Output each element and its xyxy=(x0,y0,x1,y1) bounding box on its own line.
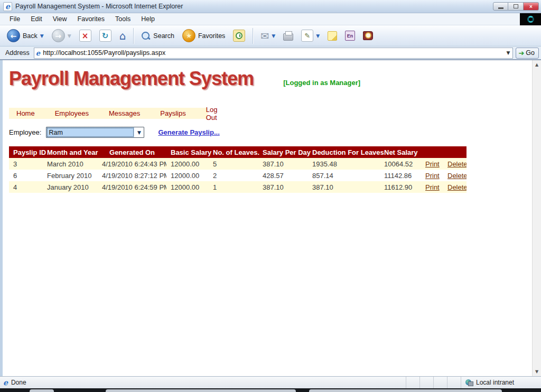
cell-generated: 4/19/2010 8:27:12 PM xyxy=(98,170,166,181)
stop-button[interactable]: × xyxy=(77,28,94,43)
stop-icon: × xyxy=(82,31,89,41)
menu-favorites[interactable]: Favorites xyxy=(72,14,110,24)
favorites-label: Favorites xyxy=(198,32,225,40)
combo-dropdown-icon[interactable]: ▼ xyxy=(134,127,144,137)
col-payslip-id: Payslip ID xyxy=(9,146,43,158)
forward-dropdown-icon[interactable]: ▼ xyxy=(68,33,71,39)
browser-viewport: Payroll Management System [Logged in as … xyxy=(0,60,541,376)
window-controls: × xyxy=(493,2,539,11)
employee-select[interactable]: Ram ▼ xyxy=(46,127,144,138)
nav-logout[interactable]: Log Out xyxy=(201,106,223,122)
vertical-scrollbar[interactable]: ▲ ▼ xyxy=(532,60,541,376)
go-label: Go xyxy=(526,49,535,57)
notes-button[interactable] xyxy=(325,30,340,42)
employee-selector-row: Employee: Ram ▼ Generate Payslip... xyxy=(9,127,532,138)
table-header-row: Payslip ID Month and Year Generated On B… xyxy=(9,146,467,158)
table-row: 6 February 2010 4/19/2010 8:27:12 PM 120… xyxy=(9,170,467,181)
edit-button[interactable]: ✎ ▼ xyxy=(299,28,322,43)
address-input[interactable] xyxy=(43,49,503,58)
taskbar-button-top xyxy=(309,389,502,392)
menu-view[interactable]: View xyxy=(48,14,72,24)
menu-help[interactable]: Help xyxy=(136,14,160,24)
print-link[interactable]: Print xyxy=(425,160,440,168)
print-button[interactable] xyxy=(281,30,296,42)
col-no-of-leaves: No. of Leaves. xyxy=(209,146,258,158)
forward-button[interactable]: → ▼ xyxy=(49,27,74,44)
back-dropdown-icon[interactable]: ▼ xyxy=(40,33,44,39)
back-button[interactable]: ← Back ▼ xyxy=(4,27,46,44)
go-button[interactable]: ➔ Go xyxy=(516,48,539,59)
mail-dropdown-icon[interactable]: ▼ xyxy=(272,33,275,39)
close-button[interactable]: × xyxy=(524,2,539,11)
col-salary-per-day: Salary Per Day xyxy=(258,146,308,158)
address-field: e ▼ xyxy=(34,48,514,59)
page-title: Payroll Management System xyxy=(9,68,254,90)
restore-button[interactable] xyxy=(508,2,524,11)
cell-leaves: 1 xyxy=(209,181,258,193)
history-button[interactable] xyxy=(230,28,248,43)
minimize-icon xyxy=(498,7,503,9)
window-title: Payroll Management System - Microsoft In… xyxy=(15,3,493,10)
menu-file[interactable]: File xyxy=(4,14,25,24)
nav-payslips[interactable]: Payslips xyxy=(155,109,191,117)
table-row: 3 March 2010 4/19/2010 6:24:43 PM 12000.… xyxy=(9,158,467,170)
generate-payslip-link[interactable]: Generate Payslip... xyxy=(158,128,219,136)
col-month-year: Month and Year xyxy=(43,146,98,158)
col-net-salary: Net Salary xyxy=(380,146,421,158)
cell-per-day: 387.10 xyxy=(258,181,308,193)
address-dropdown-icon[interactable]: ▼ xyxy=(503,48,512,58)
delete-link[interactable]: Delete xyxy=(447,160,467,168)
taskbar-edge xyxy=(0,388,541,392)
local-intranet-icon xyxy=(465,379,473,386)
cell-payslip-id: 4 xyxy=(9,181,43,193)
print-link[interactable]: Print xyxy=(425,183,440,191)
home-button[interactable]: ⌂ xyxy=(117,28,129,44)
menu-edit[interactable]: Edit xyxy=(25,14,48,24)
ie-logo-icon: e xyxy=(3,2,12,11)
status-text: Done xyxy=(11,379,26,386)
scroll-down-icon[interactable]: ▼ xyxy=(533,367,541,376)
toolbar-separator xyxy=(133,28,134,44)
page-header: Payroll Management System [Logged in as … xyxy=(9,68,532,90)
delete-link[interactable]: Delete xyxy=(447,183,467,191)
endnote-button[interactable]: En xyxy=(342,29,358,42)
table-row: 4 January 2010 4/19/2010 6:24:59 PM 1200… xyxy=(9,181,467,193)
address-label: Address xyxy=(1,48,34,58)
restore-icon xyxy=(514,4,518,8)
status-pane xyxy=(419,377,433,388)
cell-deduction: 1935.48 xyxy=(308,158,380,170)
scroll-up-icon[interactable]: ▲ xyxy=(533,60,541,69)
cell-generated: 4/19/2010 6:24:43 PM xyxy=(98,158,166,170)
sticky-note-icon xyxy=(328,31,337,41)
cell-per-day: 428.57 xyxy=(258,170,308,181)
print-link[interactable]: Print xyxy=(425,172,440,180)
cell-net: 11142.86 xyxy=(380,170,421,181)
cell-payslip-id: 3 xyxy=(9,158,43,170)
research-button[interactable] xyxy=(360,30,376,42)
back-arrow-icon: ← xyxy=(7,29,20,42)
nav-messages[interactable]: Messages xyxy=(104,109,145,117)
col-generated-on: Generated On xyxy=(98,146,166,158)
menu-tools[interactable]: Tools xyxy=(110,14,136,24)
delete-link[interactable]: Delete xyxy=(447,172,467,180)
favorites-button[interactable]: ★ Favorites xyxy=(180,27,228,44)
cell-basic: 12000.00 xyxy=(166,158,209,170)
edit-dropdown-icon[interactable]: ▼ xyxy=(316,33,320,39)
minimize-button[interactable] xyxy=(493,2,508,11)
home-icon: ⌂ xyxy=(119,30,126,42)
main-nav: Home Employees Messages Payslips Log Out xyxy=(9,108,208,119)
status-page-icon: e xyxy=(3,379,8,386)
search-button[interactable]: Search xyxy=(138,30,177,42)
status-bar: e Done Local intranet xyxy=(0,376,541,388)
status-left-pane: e Done xyxy=(0,379,406,386)
endnote-icon: En xyxy=(345,31,355,41)
nav-employees[interactable]: Employees xyxy=(50,109,94,117)
status-pane xyxy=(433,377,447,388)
search-label: Search xyxy=(153,32,174,40)
col-delete xyxy=(443,146,467,158)
favorites-star-icon: ★ xyxy=(182,29,195,42)
mail-button[interactable]: ✉ ▼ xyxy=(258,29,278,43)
status-pane xyxy=(406,377,419,388)
nav-home[interactable]: Home xyxy=(11,109,40,117)
refresh-button[interactable]: ↻ xyxy=(97,28,114,43)
